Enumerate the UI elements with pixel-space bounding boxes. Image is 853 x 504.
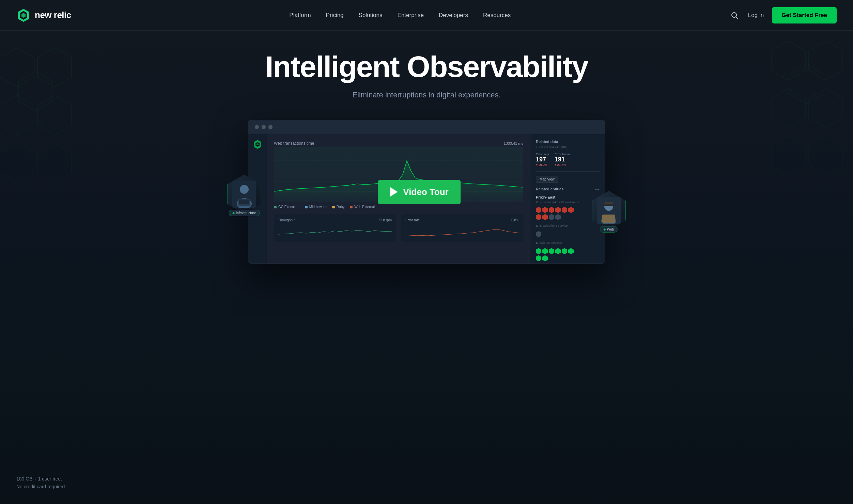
dashboard-container: Infrastructure <box>248 120 605 264</box>
hex-cell-5 <box>562 207 567 213</box>
nav-right: Log in Get Started Free <box>729 7 837 23</box>
nav-solutions[interactable]: Solutions <box>353 9 389 21</box>
login-link[interactable]: Log in <box>748 12 764 19</box>
sidebar-logo-icon <box>253 140 262 149</box>
svc-hex-5 <box>562 248 567 254</box>
nav-developers[interactable]: Developers <box>433 9 474 21</box>
svg-rect-15 <box>603 204 615 206</box>
window-dot-3 <box>268 125 273 129</box>
hex-cell-7 <box>536 214 541 220</box>
video-tour-label: Video Tour <box>403 187 448 197</box>
legend-web-external: Web External <box>350 205 375 209</box>
nav-resources[interactable]: Resources <box>477 9 517 21</box>
bg-hex-left <box>0 37 129 242</box>
map-view-button[interactable]: Map View <box>536 176 558 183</box>
related-data-title: Related data <box>536 140 600 144</box>
hex-cell-3 <box>549 207 554 213</box>
hero-title: Intelligent Observability <box>265 51 588 82</box>
avatar-infrastructure <box>227 174 261 214</box>
legend-dot-middleware <box>305 206 308 208</box>
play-icon <box>390 187 398 197</box>
svc-hex-1 <box>536 248 541 254</box>
video-tour-button[interactable]: Video Tour <box>378 180 461 204</box>
nav-platform[interactable]: Platform <box>283 9 317 21</box>
chart-title: Web transactions time <box>274 141 314 146</box>
avatar-web <box>592 191 626 230</box>
svg-marker-6 <box>724 31 758 70</box>
svg-rect-11 <box>239 200 249 204</box>
web-label: Web <box>600 226 618 233</box>
video-tour-overlay: Video Tour <box>378 180 461 204</box>
person-icon-left <box>232 180 256 208</box>
nav-enterprise[interactable]: Enterprise <box>391 9 430 21</box>
error-stats: Error logs 197 + 20.9% Error traces 191 … <box>536 153 600 167</box>
legend-middleware: Middleware <box>305 205 327 209</box>
hero-text: Intelligent Observability Eliminate inte… <box>258 51 595 120</box>
badge-infrastructure: Infrastructure <box>227 174 261 214</box>
error-traces-stat: Error traces 191 + 21.7% <box>555 153 571 167</box>
hero-section: Intelligent Observability Eliminate inte… <box>0 31 853 504</box>
get-started-button[interactable]: Get Started Free <box>772 7 837 23</box>
window-titlebar <box>248 120 605 134</box>
svc-hex-2 <box>542 248 548 254</box>
mini-chart-error-rate: Error rate 0.8% <box>401 214 523 242</box>
services-hex-grid <box>536 231 563 237</box>
legend-gc: GC Execution <box>274 205 299 209</box>
calls-info-2: ⊙ calls 20 services <box>536 241 600 245</box>
calls-info-1: ⊙ is called by 1 service <box>536 224 600 227</box>
hex-cell-8 <box>542 214 548 220</box>
status-dot-green <box>233 212 235 214</box>
svc-hex-8 <box>542 255 548 261</box>
search-button[interactable] <box>729 10 740 21</box>
search-icon <box>730 11 739 19</box>
chart-legend: GC Execution Middleware Ruby Web Ex <box>274 205 523 209</box>
svg-rect-17 <box>602 215 615 223</box>
throughput-chart <box>278 224 392 238</box>
service-hex-1 <box>536 231 541 237</box>
logo-link[interactable]: new relic <box>16 8 71 22</box>
hex-cell-6 <box>568 207 574 213</box>
navbar: new relic Platform Pricing Solutions Ent… <box>0 0 853 31</box>
window-dot-1 <box>255 125 259 129</box>
divider-1 <box>536 171 600 172</box>
svc-hex-7 <box>536 255 541 261</box>
hex-cell-4 <box>555 207 561 213</box>
bg-hex-right <box>724 31 853 235</box>
legend-dot-gc <box>274 206 277 208</box>
error-rate-chart <box>405 224 519 238</box>
footer-line-2: No credit card required. <box>16 483 66 490</box>
svc-hex-3 <box>549 248 554 254</box>
mini-chart-throughput: Throughput 22.8 rpm <box>274 214 396 242</box>
svg-point-8 <box>240 185 249 194</box>
hex-cell-1 <box>536 207 541 213</box>
related-entities-header: Related entities ••• <box>536 187 600 192</box>
workloads-hex-grid <box>536 207 577 220</box>
footer-line-1: 100 GB + 1 user free. <box>16 475 66 483</box>
legend-dot-web-external <box>350 206 353 208</box>
badge-web: Web <box>592 191 626 230</box>
brand-name: new relic <box>35 10 71 20</box>
related-data-subtitle: From the last 24 hours <box>536 145 600 148</box>
error-logs-stat: Error logs 197 + 20.9% <box>536 153 549 167</box>
svc-hex-6 <box>568 248 574 254</box>
window-dot-2 <box>262 125 266 129</box>
svc-hex-4 <box>555 248 561 254</box>
status-dot-green-web <box>604 229 606 231</box>
person-icon-right <box>597 197 621 224</box>
nav-pricing[interactable]: Pricing <box>320 9 350 21</box>
svg-marker-5 <box>0 37 27 77</box>
logo-icon <box>16 8 31 22</box>
svg-line-4 <box>736 17 738 19</box>
proxy-east-label: Proxy-East <box>536 195 600 199</box>
footer-note: 100 GB + 1 user free. No credit card req… <box>16 475 66 490</box>
hex-cell-2 <box>542 207 548 213</box>
chart-header: Web transactions time 1300.41 ms <box>274 141 523 146</box>
nav-links: Platform Pricing Solutions Enterprise De… <box>283 12 517 19</box>
circle-icon: ⊙ <box>536 201 539 204</box>
circle-icon-2: ⊙ <box>536 224 539 227</box>
proxy-east-desc: ⊙ is contained by 20 workloads <box>536 201 600 204</box>
hero-subtitle: Eliminate interruptions in digital exper… <box>265 91 588 99</box>
legend-ruby: Ruby <box>332 205 344 209</box>
circle-icon-3: ⊙ <box>536 241 539 245</box>
mini-charts: Throughput 22.8 rpm Error rat <box>274 214 523 242</box>
